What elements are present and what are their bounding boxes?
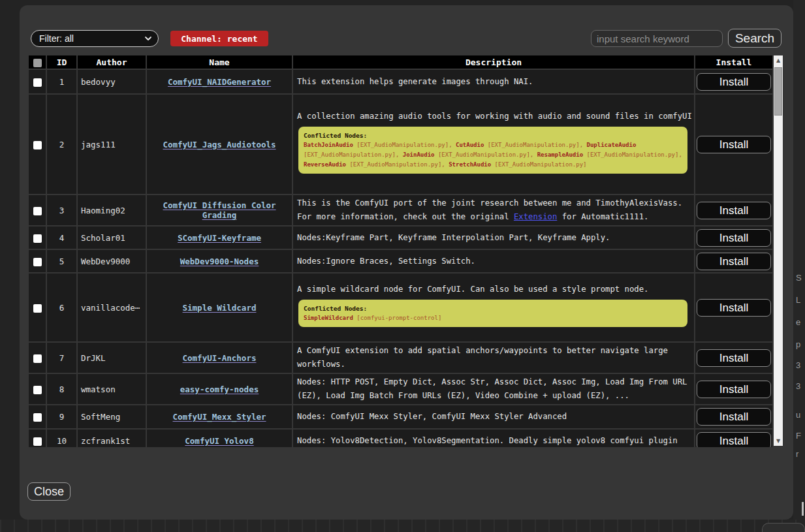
search-input[interactable] — [591, 30, 723, 47]
description-text: A ComfyUI extension to add spatial ancho… — [297, 346, 668, 369]
row-name-cell: ComfyUI-Anchors — [147, 343, 292, 373]
search-button[interactable]: Search — [728, 29, 781, 48]
background-menu-edge: SLep33uFr — [793, 0, 805, 520]
install-button[interactable]: Install — [697, 229, 771, 247]
extension-name-link[interactable]: ComfyUI_NAIDGenerator — [168, 77, 271, 87]
table-row: 10 zcfrank1st ComfyUI Yolov8 Nodes: Yolo… — [29, 430, 772, 447]
row-author: Haoming02 — [78, 195, 146, 225]
extension-name-link[interactable]: ComfyUI_Jags_Audiotools — [163, 140, 276, 149]
header-id: ID — [47, 55, 76, 69]
description-text: A simple wildcard node for ComfyUI. Can … — [297, 285, 648, 294]
extension-name-link[interactable]: ComfyUI Yolov8 — [185, 436, 253, 446]
table-row: 5 WebDev9000 WebDev9000-Nodes Nodes:Igno… — [29, 250, 772, 272]
select-all-checkbox[interactable] — [33, 59, 42, 67]
background-clipped-text: r — [796, 449, 798, 459]
table-row: 9 SoftMeng ComfyUI_Mexx_Styler Nodes: Co… — [29, 405, 772, 428]
close-button[interactable]: Close — [27, 482, 71, 501]
extension-name-link[interactable]: ComfyUI Diffusion Color Grading — [163, 200, 276, 220]
row-description: Nodes: ComfyUI Mexx Styler, ComfyUI Mexx… — [293, 405, 694, 428]
row-checkbox[interactable] — [33, 141, 42, 149]
row-install-cell: Install — [695, 274, 772, 341]
row-author: vanillacode⋯ — [78, 274, 146, 341]
row-name-cell: ComfyUI_NAIDGenerator — [147, 70, 292, 93]
row-id: 6 — [47, 274, 76, 341]
filter-select[interactable]: Filter: all — [31, 30, 159, 47]
background-clipped-text: p — [796, 339, 800, 349]
scroll-down-arrow-icon[interactable]: ▼ — [774, 436, 783, 446]
row-checkbox-cell — [29, 343, 46, 373]
row-name-cell: ComfyUI Diffusion Color Grading — [147, 195, 292, 225]
extension-name-link[interactable]: SComfyUI-Keyframe — [178, 233, 261, 243]
extensions-table-area: ID Author Name Description Install 1 bed… — [27, 54, 774, 447]
install-button[interactable]: Install — [697, 432, 771, 447]
row-author: wmatson — [78, 374, 146, 404]
background-canvas-strip — [0, 520, 805, 532]
row-name-cell: ComfyUI_Jags_Audiotools — [147, 95, 292, 194]
table-row: 2 jags111 ComfyUI_Jags_Audiotools A coll… — [29, 95, 772, 194]
row-author: DrJKL — [78, 343, 146, 373]
extension-name-link[interactable]: Simple Wildcard — [183, 303, 257, 313]
table-scrollbar[interactable]: ▲ ▼ — [774, 55, 783, 446]
scroll-up-arrow-icon[interactable]: ▲ — [774, 55, 783, 65]
install-button[interactable]: Install — [697, 253, 771, 270]
install-button[interactable]: Install — [697, 136, 771, 153]
row-checkbox-cell — [29, 195, 46, 225]
conflicted-nodes-box: Conflicted Nodes:SimpleWildcard [comfyui… — [298, 300, 687, 327]
description-text: A collection amazing audio tools for wor… — [297, 112, 692, 121]
conflicted-nodes-title: Conflicted Nodes: — [304, 131, 682, 140]
extension-name-link[interactable]: WebDev9000-Nodes — [180, 257, 259, 266]
row-description: A ComfyUI extension to add spatial ancho… — [293, 343, 694, 373]
row-description: Nodes: HTTP POST, Empty Dict, Assoc Str,… — [293, 374, 694, 404]
channel-button[interactable]: Channel: recent — [170, 31, 268, 46]
table-row: 8 wmatson easy-comfy-nodes Nodes: HTTP P… — [29, 374, 772, 404]
extension-name-link[interactable]: easy-comfy-nodes — [180, 384, 259, 394]
extensions-table: ID Author Name Description Install 1 bed… — [27, 54, 774, 447]
install-button[interactable]: Install — [697, 202, 771, 219]
description-text: Nodes: HTTP POST, Empty Dict, Assoc Str,… — [297, 377, 687, 400]
install-button[interactable]: Install — [697, 408, 771, 426]
background-clipped-text: 3 — [796, 360, 800, 370]
row-id: 9 — [47, 405, 76, 428]
row-checkbox[interactable] — [33, 304, 42, 313]
install-button[interactable]: Install — [697, 349, 771, 367]
row-id: 3 — [47, 195, 76, 225]
row-id: 2 — [47, 95, 76, 194]
row-checkbox-cell — [29, 405, 46, 428]
background-clipped-text: S — [796, 273, 802, 283]
row-checkbox[interactable] — [33, 437, 42, 446]
row-description: Nodes:Ignore Braces, Settings Switch. — [293, 250, 694, 272]
row-checkbox-cell — [29, 95, 46, 194]
extension-name-link[interactable]: ComfyUI-Anchors — [183, 353, 257, 363]
install-button[interactable]: Install — [697, 299, 771, 317]
background-clipped-text: F — [796, 431, 801, 441]
row-checkbox[interactable] — [33, 354, 42, 363]
description-link[interactable]: Extension — [514, 212, 557, 221]
row-checkbox-cell — [29, 70, 46, 93]
extension-name-link[interactable]: ComfyUI_Mexx_Styler — [173, 412, 266, 422]
install-button[interactable]: Install — [697, 73, 771, 91]
select-all-header — [29, 55, 46, 69]
row-name-cell: WebDev9000-Nodes — [147, 250, 292, 272]
row-description: A simple wildcard node for ComfyUI. Can … — [293, 274, 694, 341]
install-button[interactable]: Install — [697, 381, 771, 398]
row-description: This is the ComfyUI port of the joint re… — [293, 195, 694, 225]
background-clipped-text: L — [796, 295, 800, 305]
row-id: 7 — [47, 343, 76, 373]
row-name-cell: SComfyUI-Keyframe — [147, 227, 292, 249]
row-checkbox[interactable] — [33, 386, 42, 394]
row-id: 1 — [47, 70, 76, 93]
table-row: 4 Scholar01 SComfyUI-Keyframe Nodes:Keyf… — [29, 227, 772, 249]
scrollbar-thumb[interactable] — [774, 67, 782, 116]
row-checkbox[interactable] — [33, 234, 42, 243]
row-id: 10 — [47, 430, 76, 447]
row-author: bedovyy — [78, 70, 146, 93]
row-install-cell: Install — [695, 250, 772, 272]
row-checkbox[interactable] — [33, 78, 42, 87]
row-install-cell: Install — [695, 195, 772, 225]
row-checkbox-cell — [29, 227, 46, 249]
row-checkbox-cell — [29, 374, 46, 404]
row-checkbox[interactable] — [33, 258, 42, 266]
row-checkbox[interactable] — [33, 413, 42, 422]
custom-nodes-manager-dialog: Filter: all Channel: recent Search ID Au… — [20, 5, 793, 520]
row-checkbox[interactable] — [33, 207, 42, 215]
